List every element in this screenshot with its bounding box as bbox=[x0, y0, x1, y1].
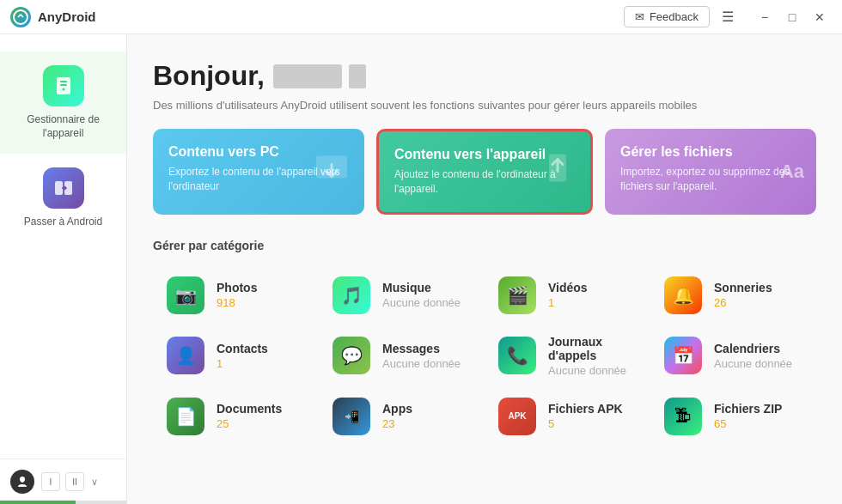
svg-point-4 bbox=[62, 88, 64, 91]
category-grid: 📷 Photos 918 🎵 Musique Aucune donnée 🎬 V… bbox=[153, 266, 816, 446]
sonneries-info: Sonneries 26 bbox=[714, 281, 772, 309]
messages-count: Aucune donnée bbox=[382, 357, 461, 370]
content-to-device-icon bbox=[537, 147, 578, 196]
photos-icon: 📷 bbox=[167, 276, 204, 314]
musique-info: Musique Aucune donnée bbox=[382, 281, 461, 309]
device-manager-icon bbox=[43, 65, 84, 106]
menu-icon[interactable]: ☰ bbox=[717, 5, 739, 28]
manage-files-icon: Aa bbox=[780, 161, 804, 183]
chevron-down-icon[interactable]: ∨ bbox=[91, 477, 98, 488]
musique-name: Musique bbox=[382, 281, 461, 295]
device-ctrl-btn-2[interactable]: II bbox=[65, 472, 84, 491]
device-avatar bbox=[10, 470, 34, 494]
sidebar-item-device-manager[interactable]: Gestionnaire de l'appareil bbox=[0, 52, 126, 154]
fichiers-zip-info: Fichiers ZIP 65 bbox=[714, 402, 782, 430]
minimize-button[interactable]: − bbox=[753, 5, 777, 29]
documents-name: Documents bbox=[217, 402, 282, 416]
documents-info: Documents 25 bbox=[217, 402, 282, 430]
window-controls: − □ ✕ bbox=[753, 5, 832, 29]
category-item-sonneries[interactable]: 🔔 Sonneries 26 bbox=[650, 266, 816, 325]
calendriers-icon: 📅 bbox=[664, 337, 702, 374]
photos-info: Photos 918 bbox=[217, 281, 257, 309]
main-layout: Gestionnaire de l'appareil Passer à Andr… bbox=[0, 34, 842, 504]
category-item-apps[interactable]: 📲 Apps 23 bbox=[319, 387, 485, 446]
photos-count: 918 bbox=[217, 296, 257, 309]
sidebar-label-switch-android: Passer à Android bbox=[24, 216, 102, 229]
device-ctrl-btn-1[interactable]: I bbox=[41, 472, 60, 491]
feature-card-manage-files[interactable]: Gérer les fichiers Importez, exportez ou… bbox=[605, 129, 816, 215]
fichiers-apk-icon: APK bbox=[498, 398, 536, 435]
fichiers-apk-count: 5 bbox=[548, 417, 623, 430]
videos-count: 1 bbox=[548, 296, 588, 309]
content-to-pc-icon bbox=[311, 147, 352, 196]
maximize-button[interactable]: □ bbox=[780, 5, 804, 29]
fichiers-apk-name: Fichiers APK bbox=[548, 402, 623, 416]
videos-name: Vidéos bbox=[548, 281, 588, 295]
titlebar: AnyDroid ✉ Feedback ☰ − □ ✕ bbox=[0, 0, 842, 34]
documents-icon: 📄 bbox=[167, 398, 204, 435]
device-name-redacted bbox=[349, 64, 366, 88]
category-item-calendriers[interactable]: 📅 Calendriers Aucune donnée bbox=[650, 325, 816, 387]
calendriers-info: Calendriers Aucune donnée bbox=[714, 342, 792, 370]
feature-card-content-to-device[interactable]: Contenu vers l'appareil Ajoutez le conte… bbox=[376, 129, 593, 215]
messages-name: Messages bbox=[382, 342, 461, 355]
category-item-videos[interactable]: 🎬 Vidéos 1 bbox=[485, 266, 650, 325]
category-item-contacts[interactable]: 👤 Contacts 1 bbox=[153, 325, 319, 387]
close-button[interactable]: ✕ bbox=[808, 5, 832, 29]
category-item-documents[interactable]: 📄 Documents 25 bbox=[153, 387, 319, 446]
messages-info: Messages Aucune donnée bbox=[382, 342, 461, 370]
category-item-photos[interactable]: 📷 Photos 918 bbox=[153, 266, 319, 325]
apps-icon: 📲 bbox=[333, 398, 370, 435]
titlebar-left: AnyDroid bbox=[10, 7, 96, 27]
musique-icon: 🎵 bbox=[333, 276, 370, 314]
documents-count: 25 bbox=[217, 417, 282, 430]
contacts-count: 1 bbox=[217, 357, 268, 370]
svg-rect-3 bbox=[60, 84, 67, 86]
category-item-journaux[interactable]: 📞 Journaux d'appels Aucune donnée bbox=[485, 325, 650, 387]
journaux-icon: 📞 bbox=[498, 337, 536, 374]
journaux-name: Journaux d'appels bbox=[548, 335, 637, 362]
feedback-label: Feedback bbox=[650, 10, 699, 23]
greeting-text: Bonjour, bbox=[153, 60, 265, 92]
titlebar-right: ✉ Feedback ☰ − □ ✕ bbox=[624, 5, 832, 29]
apps-name: Apps bbox=[382, 402, 412, 416]
contacts-name: Contacts bbox=[217, 342, 268, 355]
app-logo bbox=[10, 7, 31, 27]
contacts-info: Contacts 1 bbox=[217, 342, 268, 370]
greeting-section: Bonjour, Des millions d'utilisateurs Any… bbox=[153, 60, 816, 112]
category-item-musique[interactable]: 🎵 Musique Aucune donnée bbox=[319, 266, 485, 325]
switch-android-icon bbox=[43, 167, 84, 209]
fichiers-zip-name: Fichiers ZIP bbox=[714, 402, 782, 416]
feature-card-title-2: Gérer les fichiers bbox=[620, 144, 801, 160]
videos-icon: 🎬 bbox=[498, 276, 536, 314]
messages-icon: 💬 bbox=[333, 337, 370, 374]
sidebar-item-switch-android[interactable]: Passer à Android bbox=[0, 154, 126, 243]
photos-name: Photos bbox=[217, 281, 257, 295]
sidebar-label-device-manager: Gestionnaire de l'appareil bbox=[9, 113, 118, 140]
content-area: Bonjour, Des millions d'utilisateurs Any… bbox=[127, 34, 842, 504]
feedback-button[interactable]: ✉ Feedback bbox=[624, 6, 710, 27]
device-controls: I II bbox=[41, 472, 84, 491]
category-item-messages[interactable]: 💬 Messages Aucune donnée bbox=[319, 325, 485, 387]
sonneries-count: 26 bbox=[714, 296, 772, 309]
journaux-count: Aucune donnée bbox=[548, 364, 637, 377]
category-item-fichiers-apk[interactable]: APK Fichiers APK 5 bbox=[485, 387, 650, 446]
fichiers-apk-info: Fichiers APK 5 bbox=[548, 402, 623, 430]
journaux-info: Journaux d'appels Aucune donnée bbox=[548, 335, 637, 377]
fichiers-zip-icon: 🗜 bbox=[664, 398, 702, 435]
greeting-subtitle: Des millions d'utilisateurs AnyDroid uti… bbox=[153, 99, 816, 112]
musique-count: Aucune donnée bbox=[382, 296, 461, 309]
svg-rect-2 bbox=[60, 81, 67, 82]
sonneries-name: Sonneries bbox=[714, 281, 772, 295]
user-name-redacted bbox=[273, 64, 342, 88]
videos-info: Vidéos 1 bbox=[548, 281, 588, 309]
svg-rect-5 bbox=[55, 181, 63, 195]
feature-cards: Contenu vers PC Exportez le contenu de l… bbox=[153, 129, 816, 215]
fichiers-zip-count: 65 bbox=[714, 417, 782, 430]
sidebar-bottom: I II ∨ bbox=[0, 458, 126, 504]
category-item-fichiers-zip[interactable]: 🗜 Fichiers ZIP 65 bbox=[650, 387, 816, 446]
feedback-icon: ✉ bbox=[635, 10, 644, 23]
contacts-icon: 👤 bbox=[167, 337, 204, 374]
apps-info: Apps 23 bbox=[382, 402, 412, 430]
feature-card-content-to-pc[interactable]: Contenu vers PC Exportez le contenu de l… bbox=[153, 129, 364, 215]
